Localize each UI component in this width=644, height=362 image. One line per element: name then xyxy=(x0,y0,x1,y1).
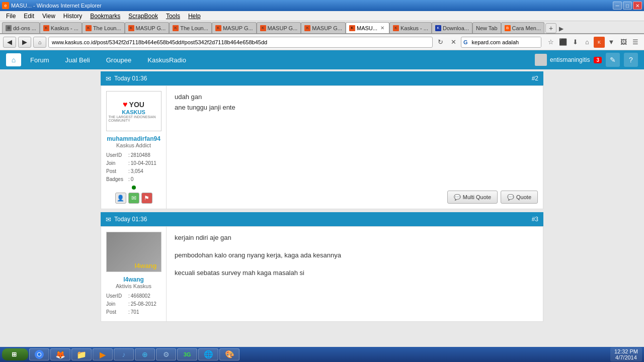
taskbar-filemanager[interactable]: 📁 xyxy=(71,348,92,360)
edit-profile-button[interactable]: ✎ xyxy=(606,53,620,67)
multiquote-button[interactable]: 💬 Multi Quote xyxy=(447,191,498,204)
tab-active[interactable]: K MASU... ✕ xyxy=(346,22,389,33)
post-2-line1: udah gan xyxy=(175,92,535,103)
tab-lounge1[interactable]: K The Loun... xyxy=(82,22,125,33)
site-home-button[interactable]: ⌂ xyxy=(6,53,21,66)
user-action-message[interactable]: ✉ xyxy=(128,193,139,204)
firefox-icon: 🦊 xyxy=(55,349,65,359)
posts-container: ✉ Today 01:36 #2 ♥ YOU KASKUS THE LA xyxy=(101,69,543,327)
menu-file[interactable]: File xyxy=(2,12,20,21)
minimize-button[interactable]: ─ xyxy=(613,2,622,10)
taskbar-paint[interactable]: 🎨 xyxy=(219,348,239,360)
post-2-user-stats: UserID : 2810488 Join : 10-04-2011 Post … xyxy=(106,151,161,184)
heart-icon: ♥ xyxy=(123,100,128,109)
menu-tools[interactable]: Tools xyxy=(162,12,184,21)
post-2-username[interactable]: muhammadirfan94 xyxy=(107,135,160,142)
taskbar-winamp[interactable]: ♪ xyxy=(114,348,134,360)
nav-jualbeli[interactable]: Jual Beli xyxy=(58,53,97,66)
p3-post-label: Post xyxy=(106,308,127,316)
stop-button[interactable]: ✕ xyxy=(448,37,459,48)
multiquote-icon: 💬 xyxy=(454,194,461,201)
taskbar-3g[interactable]: 3G xyxy=(177,348,197,360)
post-3-number: #3 xyxy=(532,216,538,223)
search-input[interactable] xyxy=(470,37,541,47)
post-3-body: l4wang l4wang Aktivis Kaskus UserID : 46… xyxy=(101,226,543,322)
photo-button[interactable]: 🖼 xyxy=(618,37,629,48)
username-display: entismaningitis xyxy=(550,56,590,63)
taskbar-ie[interactable]: 🌐 xyxy=(198,348,218,360)
post-3-avatar-name: l4wang xyxy=(134,262,156,269)
forward-button[interactable]: ▶ xyxy=(18,37,31,48)
taskbar-net[interactable]: ⊕ xyxy=(135,348,155,360)
tab-masup1[interactable]: K MASUP G... xyxy=(125,22,170,33)
menu-help[interactable]: Help xyxy=(184,12,205,21)
tab-newtab[interactable]: New Tab xyxy=(472,22,501,33)
tab-label-masup1: MASUP G... xyxy=(136,25,166,31)
site-nav-right: entismaningitis 3 ✎ ? xyxy=(535,53,638,67)
tab-cara[interactable]: B Cara Men... xyxy=(501,22,544,33)
title-bar: e MASU... - Windows Internet Explorer ─ … xyxy=(0,0,644,11)
tab-favicon-kaskus1: K xyxy=(43,25,49,31)
home-button[interactable]: ⌂ xyxy=(33,37,46,48)
address-bar: ◀ ▶ ⌂ ↻ ✕ G ▼ ☆ ⬛ ⬇ ⌂ K ▼ 🖼 ☰ xyxy=(0,34,644,50)
maximize-button[interactable]: □ xyxy=(623,2,632,10)
download-button[interactable]: ⬇ xyxy=(570,37,581,48)
join-val: 10-04-2011 xyxy=(131,159,156,167)
tab-close-active[interactable]: ✕ xyxy=(379,25,386,32)
post-3-check-icon: ✉ xyxy=(106,216,111,223)
taskbar-chrome[interactable] xyxy=(29,348,49,360)
userid-val: 2810488 xyxy=(131,151,150,159)
tab-masup4[interactable]: K MASUP G... xyxy=(301,22,346,33)
taskbar-firefox[interactable]: 🦊 xyxy=(50,348,70,360)
post-2-check-icon: ✉ xyxy=(106,75,111,82)
folder-icon: 📁 xyxy=(76,349,87,359)
refresh-button[interactable]: ↻ xyxy=(435,37,446,48)
tab-kaskus1[interactable]: K Kaskus - ... xyxy=(40,22,82,33)
tab-favicon-kaskus2: K xyxy=(393,25,399,31)
more-button[interactable]: ▼ xyxy=(606,37,617,48)
tab-masup3[interactable]: K MASUP G... xyxy=(257,22,301,33)
close-button[interactable]: ✕ xyxy=(633,2,642,10)
svg-point-2 xyxy=(38,353,41,356)
tab-bar: ⊕ dd-ons ... K Kaskus - ... K The Loun..… xyxy=(0,21,644,34)
tab-addons[interactable]: ⊕ dd-ons ... xyxy=(2,22,40,33)
tab-label-masup2: MASUP G... xyxy=(223,25,253,31)
menu-history[interactable]: History xyxy=(59,12,86,21)
tab-kaskus2[interactable]: K Kaskus - ... xyxy=(389,22,432,33)
ie-icon: 🌐 xyxy=(203,349,213,359)
notification-badge[interactable]: 3 xyxy=(594,57,602,63)
menu-view[interactable]: View xyxy=(38,12,59,21)
taskbar-settings[interactable]: ⚙ xyxy=(156,348,176,360)
menu-scrapbook[interactable]: ScrapBook xyxy=(124,12,162,21)
star-button[interactable]: ☆ xyxy=(545,37,556,48)
user-action-flag[interactable]: ⚑ xyxy=(141,193,152,204)
tab-favicon-active: K xyxy=(349,25,355,31)
tab-download[interactable]: K Downloa... xyxy=(432,22,472,33)
bookmark-button[interactable]: ⬛ xyxy=(557,37,569,48)
settings-icon: ⚙ xyxy=(161,349,171,359)
back-button[interactable]: ◀ xyxy=(3,37,16,48)
tab-favicon-addons: ⊕ xyxy=(6,25,12,31)
user-action-profile[interactable]: 👤 xyxy=(115,193,126,204)
quote-button[interactable]: 💬 Quote xyxy=(501,191,538,204)
new-tab-button[interactable]: + xyxy=(545,23,556,33)
tab-scroll-right[interactable]: ▶ xyxy=(556,24,566,33)
taskbar-vlc[interactable]: ▶ xyxy=(93,348,113,360)
nav-forum[interactable]: Forum xyxy=(23,53,56,66)
menu-bookmarks[interactable]: Bookmarks xyxy=(86,12,124,21)
home-nav-button[interactable]: ⌂ xyxy=(582,37,593,48)
post-3-username[interactable]: l4wang xyxy=(123,276,144,283)
search-engine-icon: G xyxy=(461,39,470,45)
help-button[interactable]: ? xyxy=(624,53,638,67)
avatar-toolbar[interactable]: K xyxy=(594,37,605,48)
post-2-timestamp: Today 01:36 xyxy=(114,75,147,82)
nav-radio[interactable]: KaskusRadio xyxy=(140,53,193,66)
tab-label-active: MASU... xyxy=(357,25,377,31)
menu-edit[interactable]: Edit xyxy=(20,12,38,21)
tab-lounge2[interactable]: K The Loun... xyxy=(169,22,212,33)
nav-groupee[interactable]: Groupee xyxy=(99,53,139,66)
start-button[interactable]: ⊞ xyxy=(2,348,28,360)
tab-masup2[interactable]: K MASUP G... xyxy=(212,22,257,33)
settings-button[interactable]: ☰ xyxy=(630,37,641,48)
address-input[interactable] xyxy=(48,37,433,48)
